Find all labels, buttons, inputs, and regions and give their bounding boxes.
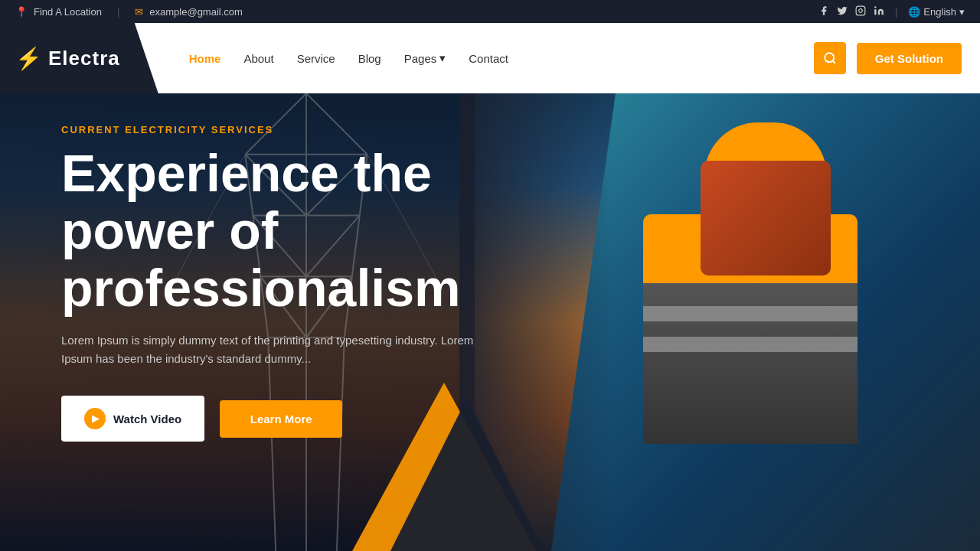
divider: | xyxy=(117,6,119,18)
email-text: example@gmail.com xyxy=(149,6,243,18)
linkedin-icon[interactable] xyxy=(874,5,884,18)
language-selector[interactable]: 🌐 English ▾ xyxy=(908,6,965,18)
language-text: English xyxy=(923,6,956,18)
logo-bolt-icon: ⚡ xyxy=(15,46,42,71)
nav-contact[interactable]: Contact xyxy=(469,52,508,65)
hero-title-line1: Experience the xyxy=(61,144,432,202)
hero-tag: CURRENT ELECTRICITY SERVICES xyxy=(61,124,490,135)
svg-point-3 xyxy=(874,6,876,8)
hero-title-line2: power of xyxy=(61,201,278,259)
svg-point-4 xyxy=(825,53,834,62)
location-text: Find A Location xyxy=(34,6,102,18)
divider2: | xyxy=(895,6,897,18)
svg-rect-2 xyxy=(874,9,876,15)
svg-rect-0 xyxy=(856,6,865,15)
logo-area: ⚡ Electra xyxy=(0,23,158,93)
navbar: ⚡ Electra Home About Service Blog Pages … xyxy=(0,23,980,93)
nav-service[interactable]: Service xyxy=(297,52,335,65)
pages-chevron-icon: ▾ xyxy=(439,51,446,65)
hero-content: CURRENT ELECTRICITY SERVICES Experience … xyxy=(61,124,490,442)
nav-links: Home About Service Blog Pages ▾ Contact xyxy=(158,51,814,65)
watch-video-button[interactable]: ▶ Watch Video xyxy=(61,396,204,442)
facebook-icon[interactable] xyxy=(818,5,829,18)
hero-title-line3: professionalism xyxy=(61,259,461,317)
nav-blog[interactable]: Blog xyxy=(358,52,381,65)
watch-video-label: Watch Video xyxy=(113,412,181,425)
nav-pages[interactable]: Pages ▾ xyxy=(404,51,446,65)
location-icon: 📍 xyxy=(15,6,28,18)
hero-title: Experience the power of professionalism xyxy=(61,145,490,316)
top-bar-left: 📍 Find A Location | ✉ example@gmail.com xyxy=(15,6,243,18)
hero-buttons: ▶ Watch Video Learn More xyxy=(61,396,490,442)
svg-line-5 xyxy=(832,60,835,63)
email-icon: ✉ xyxy=(135,6,143,18)
instagram-icon[interactable] xyxy=(855,5,866,18)
globe-icon: 🌐 xyxy=(908,6,920,18)
top-bar: 📍 Find A Location | ✉ example@gmail.com … xyxy=(0,0,980,23)
hero-description: Lorem Ipsum is simply dummy text of the … xyxy=(61,331,490,368)
logo-text: Electra xyxy=(48,47,120,70)
worker-figure xyxy=(582,115,919,551)
twitter-icon[interactable] xyxy=(837,5,848,18)
top-bar-right: | 🌐 English ▾ xyxy=(818,5,965,18)
chevron-down-icon: ▾ xyxy=(959,6,965,18)
nav-right: Get Solution xyxy=(814,42,980,74)
search-button[interactable] xyxy=(814,42,846,74)
email-link[interactable]: ✉ example@gmail.com xyxy=(135,6,243,18)
social-icons xyxy=(818,5,884,18)
nav-about[interactable]: About xyxy=(243,52,273,65)
location-link[interactable]: 📍 Find A Location xyxy=(15,6,102,18)
get-solution-button[interactable]: Get Solution xyxy=(857,43,962,74)
learn-more-button[interactable]: Learn More xyxy=(220,400,342,438)
hero-section: CURRENT ELECTRICITY SERVICES Experience … xyxy=(0,93,980,551)
nav-home[interactable]: Home xyxy=(189,52,221,65)
play-icon: ▶ xyxy=(84,408,106,429)
